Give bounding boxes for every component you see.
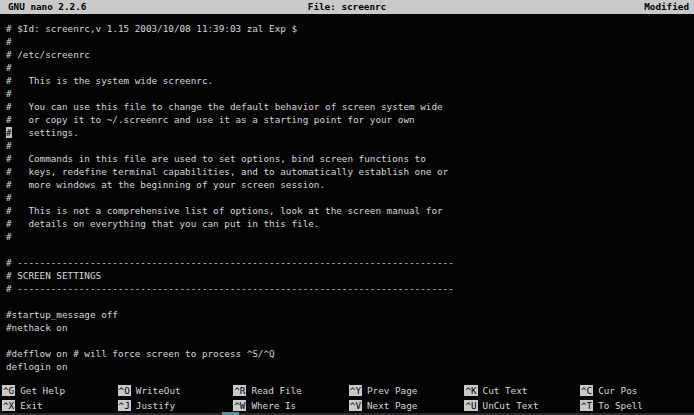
shortcut-get-help: ^GGet Help: [2, 384, 118, 397]
editor-line: # $Id: screenrc,v 1.15 2003/10/08 11:39:…: [6, 22, 694, 35]
shortcut-cur-pos: ^CCur Pos: [580, 384, 694, 397]
editor-line: #: [6, 35, 694, 48]
nano-title-bar: GNU nano 2.2.6 File: screenrc Modified: [0, 0, 694, 14]
shortcut-key: ^G: [2, 385, 15, 396]
editor-line: # /etc/screenrc: [6, 48, 694, 61]
text-cursor: #: [6, 127, 12, 138]
shortcut-row-1: ^GGet Help^OWriteOut^RRead File^YPrev Pa…: [2, 384, 694, 397]
shortcut-key: ^C: [580, 385, 593, 396]
editor-line: [6, 243, 694, 256]
shortcut-where-is: ^WWhere Is: [233, 399, 349, 412]
shortcut-key: ^R: [233, 385, 246, 396]
shortcut-label: Cur Pos: [598, 385, 637, 396]
shortcut-key: ^O: [118, 385, 131, 396]
shortcut-label: UnCut Text: [483, 400, 539, 411]
shortcut-label: Where Is: [251, 400, 296, 411]
editor-line: #: [6, 87, 694, 100]
shortcut-uncut-text: ^UUnCut Text: [464, 399, 580, 412]
shortcut-label: Justify: [136, 400, 175, 411]
shortcut-row-2: ^XExit^JJustify^WWhere Is^VNext Page^UUn…: [2, 399, 694, 412]
shortcut-read-file: ^RRead File: [233, 384, 349, 397]
shortcut-key: ^K: [464, 385, 477, 396]
shortcut-key: ^X: [2, 400, 15, 411]
editor-line: #: [6, 230, 694, 243]
editor-line: [6, 295, 694, 308]
editor-line: # --------------------------------------…: [6, 282, 694, 295]
editor-line: # This is not a comprehensive list of op…: [6, 204, 694, 217]
shortcut-key: ^J: [118, 400, 131, 411]
shortcut-label: Get Help: [20, 385, 65, 396]
shortcut-writeout: ^OWriteOut: [118, 384, 234, 397]
shortcut-prev-page: ^YPrev Page: [349, 384, 465, 397]
nano-terminal-window: GNU nano 2.2.6 File: screenrc Modified #…: [0, 0, 694, 415]
editor-line: #nethack on: [6, 321, 694, 334]
modified-status-badge: Modified: [644, 0, 689, 13]
editor-line: #: [6, 139, 694, 152]
editor-line: #defflow on # will force screen to proce…: [6, 347, 694, 360]
editor-line: # or copy it to ~/.screenrc and use it a…: [6, 113, 694, 126]
editor-lines[interactable]: # $Id: screenrc,v 1.15 2003/10/08 11:39:…: [0, 14, 694, 386]
editor-line: # keys, redefine terminal capabilities, …: [6, 165, 694, 178]
shortcut-key: ^Y: [349, 385, 362, 396]
shortcut-label: Prev Page: [367, 385, 417, 396]
shortcut-key: ^T: [580, 400, 593, 411]
editor-line: #startup_message off: [6, 308, 694, 321]
open-file-label: File: screenrc: [0, 0, 694, 13]
editor-line: #: [6, 191, 694, 204]
editor-line: # details on everything that you can put…: [6, 217, 694, 230]
shortcut-to-spell: ^TTo Spell: [580, 399, 694, 412]
shortcut-label: Next Page: [367, 400, 417, 411]
shortcut-label: WriteOut: [136, 385, 181, 396]
editor-line: # --------------------------------------…: [6, 256, 694, 269]
shortcut-key: ^V: [349, 400, 362, 411]
shortcut-key: ^W: [233, 400, 246, 411]
shortcut-exit: ^XExit: [2, 399, 118, 412]
shortcut-key: ^U: [464, 400, 477, 411]
editor-line: #: [6, 61, 694, 74]
editor-line: # SCREEN SETTINGS: [6, 269, 694, 282]
editor-line: # This is the system wide screenrc.: [6, 74, 694, 87]
shortcut-label: Read File: [251, 385, 301, 396]
editor-line: # Commands in this file are used to set …: [6, 152, 694, 165]
editor-line: deflogin on: [6, 360, 694, 373]
shortcut-label: Cut Text: [483, 385, 528, 396]
shortcut-justify: ^JJustify: [118, 399, 234, 412]
editor-line: # settings.: [6, 126, 694, 139]
shortcut-label: To Spell: [598, 400, 643, 411]
editor-line: # You can use this file to change the de…: [6, 100, 694, 113]
editor-line: # more windows at the beginning of your …: [6, 178, 694, 191]
editor-line: [6, 334, 694, 347]
shortcut-cut-text: ^KCut Text: [464, 384, 580, 397]
shortcut-next-page: ^VNext Page: [349, 399, 465, 412]
shortcut-label: Exit: [20, 400, 42, 411]
